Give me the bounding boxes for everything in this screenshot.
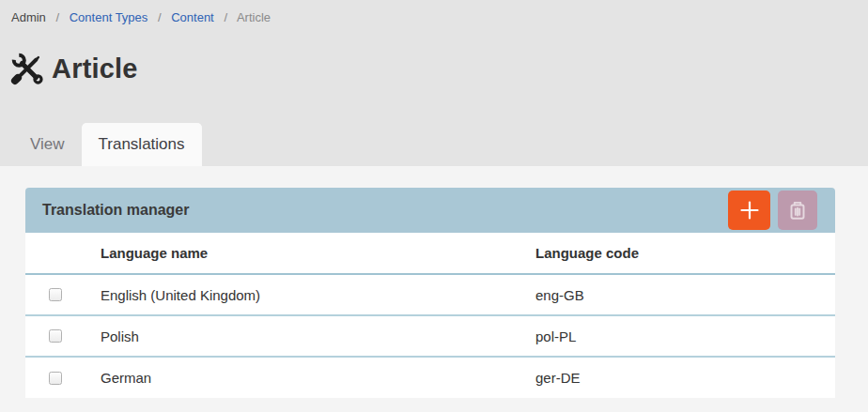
add-translation-button[interactable] [728,191,770,230]
row-checkbox[interactable] [49,288,62,301]
tools-icon [9,51,45,86]
language-name-cell: English (United Kingdom) [101,274,535,315]
page-title: Article [52,53,138,84]
language-code-cell: pol-PL [535,315,835,357]
breadcrumb-item-admin: Admin [11,10,46,24]
breadcrumb-separator: / [158,10,162,24]
checkbox-cell [25,357,101,398]
table-row: English (United Kingdom) eng-GB [25,274,835,315]
translation-manager-panel: Translation manager [25,188,835,398]
language-name-column-header: Language name [101,233,535,274]
breadcrumb-separator: / [224,10,227,24]
page-header: Admin / Content Types / Content / Articl… [0,0,868,166]
table-header-row: Language name Language code [25,233,835,274]
breadcrumb-item-article: Article [237,10,271,24]
language-code-column-header: Language code [535,233,835,274]
delete-translation-button[interactable] [778,191,817,230]
translations-table: Language name Language code English (Uni… [25,233,835,398]
table-row: German ger-DE [25,357,835,398]
checkbox-cell [25,315,101,357]
tab-view[interactable]: View [13,123,82,166]
breadcrumb-link-content-types[interactable]: Content Types [70,10,148,24]
tab-translations[interactable]: Translations [82,123,202,166]
breadcrumb-separator: / [55,10,59,24]
language-code-cell: eng-GB [535,274,835,315]
panel-title: Translation manager [42,202,728,219]
table-row: Polish pol-PL [25,315,835,357]
breadcrumb-link-content[interactable]: Content [171,10,214,24]
checkbox-cell [25,274,101,315]
checkbox-column-header [25,233,101,274]
breadcrumb: Admin / Content Types / Content / Articl… [0,0,868,24]
page-title-row: Article [9,50,868,87]
content-area: Translation manager [0,188,868,412]
tab-bar: View Translations [13,123,868,166]
plus-icon [738,199,761,221]
language-name-cell: Polish [101,315,535,357]
language-code-cell: ger-DE [535,357,835,398]
translation-manager-header: Translation manager [25,188,835,233]
trash-icon [785,198,810,222]
language-name-cell: German [101,357,535,398]
row-checkbox[interactable] [49,372,62,385]
row-checkbox[interactable] [49,329,62,343]
